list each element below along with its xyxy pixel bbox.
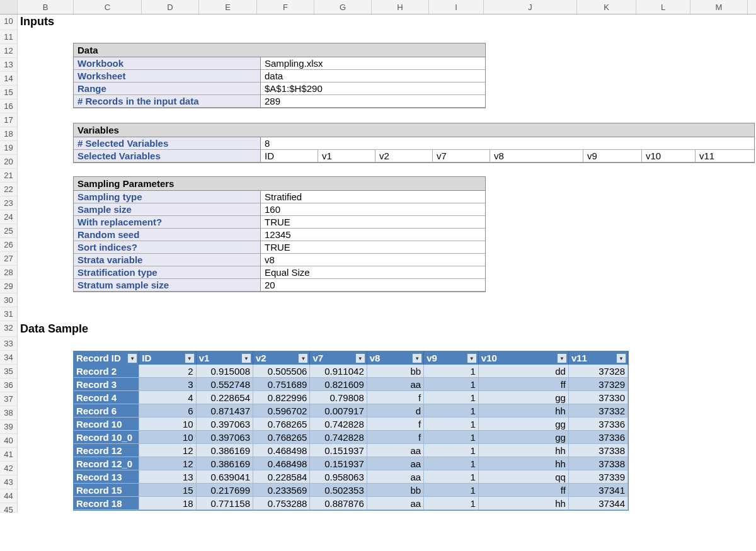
row-cell-v7[interactable]: 0.79808 — [310, 391, 367, 404]
row-cell-v8[interactable]: aa — [367, 470, 424, 484]
row-header-36[interactable]: 36 — [0, 378, 17, 392]
row-record-id[interactable]: Record 6 — [74, 404, 139, 418]
col-header-I[interactable]: I — [429, 0, 484, 14]
row-cell-v2[interactable]: 0.768265 — [253, 418, 310, 431]
row-cell-v2[interactable]: 0.753288 — [253, 497, 310, 510]
row-header-16[interactable]: 16 — [0, 99, 17, 113]
row-cell-id[interactable]: 15 — [139, 484, 196, 497]
row-cell-v1[interactable]: 0.397063 — [197, 418, 253, 431]
row-cell-v11[interactable]: 37328 — [569, 365, 628, 378]
row-cell-v7[interactable]: 0.887876 — [310, 497, 367, 510]
row-cell-v10[interactable]: hh — [479, 497, 569, 510]
row-record-id[interactable]: Record 10_0 — [74, 431, 139, 444]
sample-header-v2[interactable]: v2▼ — [253, 351, 310, 365]
col-header-G[interactable]: G — [314, 0, 372, 14]
table-row[interactable]: Record 660.8714370.5967020.007917d1hh373… — [74, 404, 628, 418]
row-cell-v9[interactable]: 1 — [424, 378, 479, 391]
row-header-25[interactable]: 25 — [0, 224, 17, 238]
row-cell-id[interactable]: 18 — [139, 497, 196, 510]
row-header-13[interactable]: 13 — [0, 58, 17, 72]
row-cell-v1[interactable]: 0.228654 — [197, 391, 253, 404]
col-header-K[interactable]: K — [577, 0, 636, 14]
row-header-10[interactable]: 10 — [0, 14, 17, 30]
row-cell-v7[interactable]: 0.151937 — [310, 457, 367, 470]
filter-dropdown-icon[interactable]: ▼ — [467, 353, 477, 363]
filter-dropdown-icon[interactable]: ▼ — [616, 353, 626, 363]
row-cell-v1[interactable]: 0.386169 — [197, 457, 253, 470]
col-header-C[interactable]: C — [74, 0, 142, 14]
row-record-id[interactable]: Record 13 — [74, 470, 139, 484]
col-header-B[interactable]: B — [18, 0, 74, 14]
row-cell-v11[interactable]: 37338 — [569, 444, 628, 457]
row-header-18[interactable]: 18 — [0, 127, 17, 141]
col-header-M[interactable]: M — [690, 0, 748, 14]
param-sample-size-value[interactable]: 160 — [261, 203, 485, 216]
row-cell-v10[interactable]: ff — [479, 484, 569, 497]
row-cell-v1[interactable]: 0.397063 — [197, 431, 253, 444]
row-cell-v2[interactable]: 0.233569 — [253, 484, 310, 497]
row-cell-v11[interactable]: 37332 — [569, 404, 628, 418]
row-header-14[interactable]: 14 — [0, 72, 17, 86]
row-header-21[interactable]: 21 — [0, 169, 17, 183]
sample-header-v9[interactable]: v9▼ — [424, 351, 479, 365]
row-header-41[interactable]: 41 — [0, 448, 17, 462]
row-cell-v8[interactable]: bb — [367, 365, 424, 378]
row-cell-id[interactable]: 10 — [139, 431, 196, 444]
row-cell-v10[interactable]: hh — [479, 444, 569, 457]
row-header-43[interactable]: 43 — [0, 475, 17, 489]
table-row[interactable]: Record 15150.2176990.2335690.502353bb1ff… — [74, 484, 628, 497]
vars-selected-7[interactable]: v11 — [696, 150, 754, 162]
row-cell-v7[interactable]: 0.502353 — [310, 484, 367, 497]
row-header-44[interactable]: 44 — [0, 489, 17, 503]
filter-dropdown-icon[interactable]: ▼ — [412, 353, 422, 363]
row-cell-v2[interactable]: 0.505506 — [253, 365, 310, 378]
row-cell-v11[interactable]: 37344 — [569, 497, 628, 510]
row-cell-v8[interactable]: aa — [367, 497, 424, 510]
row-cell-id[interactable]: 12 — [139, 444, 196, 457]
row-cell-v2[interactable]: 0.468498 — [253, 457, 310, 470]
row-header-26[interactable]: 26 — [0, 238, 17, 252]
col-header-E[interactable]: E — [199, 0, 257, 14]
row-cell-v2[interactable]: 0.751689 — [253, 378, 310, 391]
row-cell-v10[interactable]: hh — [479, 457, 569, 470]
row-cell-v8[interactable]: aa — [367, 457, 424, 470]
row-cell-v9[interactable]: 1 — [424, 391, 479, 404]
row-cell-v8[interactable]: d — [367, 404, 424, 418]
col-header-D[interactable]: D — [142, 0, 199, 14]
row-cell-v1[interactable]: 0.915008 — [197, 365, 253, 378]
row-cell-v10[interactable]: qq — [479, 470, 569, 484]
row-header-37[interactable]: 37 — [0, 392, 17, 406]
row-cell-v8[interactable]: bb — [367, 484, 424, 497]
col-header-F[interactable]: F — [257, 0, 314, 14]
vars-selected-4[interactable]: v8 — [490, 150, 583, 162]
row-cell-v9[interactable]: 1 — [424, 497, 479, 510]
table-row[interactable]: Record 12120.3861690.4684980.151937aa1hh… — [74, 444, 628, 457]
row-cell-v8[interactable]: aa — [367, 444, 424, 457]
row-cell-v10[interactable]: gg — [479, 431, 569, 444]
row-cell-v8[interactable]: f — [367, 418, 424, 431]
row-header-22[interactable]: 22 — [0, 183, 17, 196]
row-cell-v2[interactable]: 0.468498 — [253, 444, 310, 457]
row-cell-v8[interactable]: aa — [367, 378, 424, 391]
row-header-30[interactable]: 30 — [0, 293, 17, 307]
row-header-11[interactable]: 11 — [0, 30, 17, 44]
row-record-id[interactable]: Record 15 — [74, 484, 139, 497]
param-strat-type-value[interactable]: Equal Size — [261, 266, 485, 279]
row-cell-v10[interactable]: ff — [479, 378, 569, 391]
row-cell-v7[interactable]: 0.821609 — [310, 378, 367, 391]
cell-grid[interactable]: Inputs Data WorkbookSampling.xlsx Worksh… — [18, 14, 756, 513]
select-all-corner[interactable] — [0, 0, 18, 14]
row-cell-v1[interactable]: 0.386169 — [197, 444, 253, 457]
row-cell-id[interactable]: 4 — [139, 391, 196, 404]
row-cell-id[interactable]: 13 — [139, 470, 196, 484]
row-cell-v2[interactable]: 0.768265 — [253, 431, 310, 444]
row-cell-v1[interactable]: 0.871437 — [197, 404, 253, 418]
filter-dropdown-icon[interactable]: ▼ — [241, 353, 251, 363]
filter-dropdown-icon[interactable]: ▼ — [127, 353, 137, 363]
vars-selected-6[interactable]: v10 — [642, 150, 696, 162]
row-record-id[interactable]: Record 10 — [74, 418, 139, 431]
sample-header-v10[interactable]: v10▼ — [479, 351, 569, 365]
sample-header-v11[interactable]: v11▼ — [569, 351, 628, 365]
row-cell-v7[interactable]: 0.007917 — [310, 404, 367, 418]
row-cell-v9[interactable]: 1 — [424, 444, 479, 457]
